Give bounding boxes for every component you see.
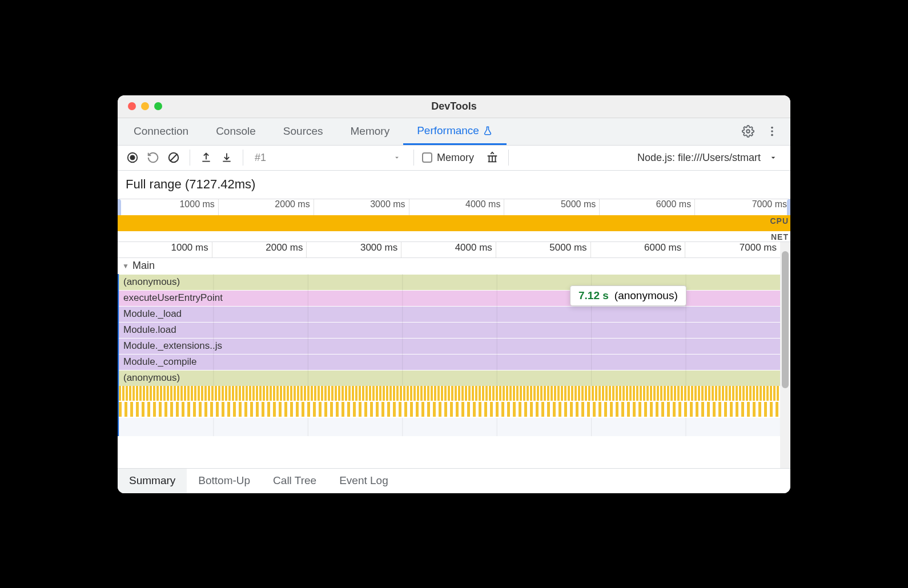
ruler-tick: 1000 ms (123, 199, 219, 215)
ruler-tick: 7000 ms (685, 242, 780, 257)
flame-rows: (anonymous) executeUserEntryPoint Module… (118, 274, 780, 436)
main-tabbar: Connection Console Sources Memory Perfor… (118, 118, 790, 146)
svg-point-3 (771, 134, 773, 136)
details-tab-summary[interactable]: Summary (118, 469, 187, 493)
load-profile-button[interactable] (198, 150, 214, 166)
minimize-window-button[interactable] (141, 102, 149, 110)
chevron-down-icon (769, 153, 778, 162)
ruler-tick: 3000 ms (307, 242, 401, 257)
flame-frame[interactable]: Module._extensions..js (119, 338, 780, 354)
more-icon[interactable] (765, 124, 779, 138)
clear-button[interactable] (166, 150, 182, 166)
thread-header-label: Main (132, 260, 155, 272)
svg-point-0 (746, 130, 750, 133)
chevron-down-icon (393, 154, 401, 162)
tab-performance[interactable]: Performance (403, 118, 507, 145)
details-tabbar: Summary Bottom-Up Call Tree Event Log (118, 468, 790, 493)
range-label: Full range (7127.42ms) (126, 177, 255, 192)
flame-chart[interactable]: 1000 ms 2000 ms 3000 ms 4000 ms 5000 ms … (118, 242, 780, 468)
separator (508, 150, 509, 166)
tab-connection[interactable]: Connection (120, 118, 202, 145)
experiment-icon (483, 126, 493, 136)
ruler-tick: 2000 ms (212, 242, 307, 257)
close-window-button[interactable] (128, 102, 136, 110)
memory-toggle-label: Memory (437, 152, 474, 164)
window-title: DevTools (118, 100, 790, 112)
record-button[interactable] (124, 150, 140, 166)
flame-frame[interactable]: (anonymous) (119, 370, 780, 386)
target-selector[interactable]: Node.js: file:///Users/stmart (637, 152, 784, 164)
devtools-window: DevTools Connection Console Sources Memo… (118, 95, 790, 493)
reload-button[interactable] (145, 150, 161, 166)
ruler-tick: 3000 ms (314, 199, 409, 215)
ruler-tick: 6000 ms (600, 199, 695, 215)
overview-net-track[interactable]: NET (118, 231, 790, 241)
svg-line-7 (170, 154, 178, 162)
ruler-tick: 5000 ms (504, 199, 600, 215)
save-profile-button[interactable] (219, 150, 235, 166)
svg-point-1 (771, 127, 773, 129)
details-tab-call-tree[interactable]: Call Tree (262, 469, 328, 493)
overview-ruler: 1000 ms 2000 ms 3000 ms 4000 ms 5000 ms … (118, 199, 790, 215)
titlebar: DevTools (118, 95, 790, 118)
overview-cpu-label: CPU (770, 216, 789, 225)
flame-frame[interactable]: Module._compile (119, 354, 780, 370)
tab-performance-label: Performance (417, 124, 479, 137)
thread-header[interactable]: ▼ Main (118, 258, 780, 274)
range-label-row: Full range (7127.42ms) (118, 171, 790, 199)
flame-padding (119, 418, 780, 436)
overview-net-label: NET (771, 232, 789, 241)
flame-tooltip: 7.12 s (anonymous) (570, 285, 686, 306)
flame-scrollbar[interactable] (780, 242, 790, 468)
flame-ruler: 1000 ms 2000 ms 3000 ms 4000 ms 5000 ms … (118, 242, 780, 258)
target-selector-value: Node.js: file:///Users/stmart (637, 152, 761, 164)
separator (413, 150, 414, 166)
ruler-tick: 7000 ms (695, 199, 790, 215)
scrollbar-thumb[interactable] (782, 251, 789, 388)
collect-garbage-button[interactable] (484, 150, 500, 166)
tooltip-label: (anonymous) (614, 289, 678, 302)
tab-console[interactable]: Console (202, 118, 270, 145)
checkbox-icon (422, 152, 432, 163)
separator (190, 150, 190, 166)
overview-cpu-track[interactable]: CPU (118, 215, 790, 231)
tab-sources[interactable]: Sources (270, 118, 337, 145)
flame-frame[interactable]: Module._load (119, 306, 780, 322)
ruler-tick: 6000 ms (591, 242, 686, 257)
separator (243, 150, 243, 166)
details-tab-bottom-up[interactable]: Bottom-Up (187, 469, 262, 493)
flame-frame[interactable]: Module.load (119, 322, 780, 338)
zoom-window-button[interactable] (154, 102, 162, 110)
tab-memory[interactable]: Memory (337, 118, 404, 145)
flame-small-frames[interactable] (119, 386, 780, 418)
performance-toolbar: #1 Memory Node.js: file:///Users/stmart (118, 146, 790, 171)
ruler-tick: 2000 ms (219, 199, 314, 215)
svg-point-2 (771, 130, 773, 132)
settings-icon[interactable] (741, 124, 755, 138)
tooltip-duration: 7.12 s (578, 289, 609, 302)
trace-selector-value: #1 (255, 152, 266, 164)
ruler-tick: 5000 ms (496, 242, 591, 257)
ruler-tick: 4000 ms (409, 199, 505, 215)
memory-toggle[interactable]: Memory (422, 152, 474, 164)
tabbar-right (741, 124, 788, 138)
ruler-tick: 1000 ms (118, 242, 212, 257)
svg-point-5 (130, 155, 134, 159)
collapse-icon: ▼ (122, 262, 129, 270)
overview-timeline[interactable]: 1000 ms 2000 ms 3000 ms 4000 ms 5000 ms … (118, 199, 790, 242)
ruler-tick: 4000 ms (401, 242, 496, 257)
traffic-lights (128, 102, 162, 110)
flame-chart-area: 1000 ms 2000 ms 3000 ms 4000 ms 5000 ms … (118, 242, 790, 468)
details-tab-event-log[interactable]: Event Log (328, 469, 400, 493)
trace-selector[interactable]: #1 (251, 148, 405, 167)
